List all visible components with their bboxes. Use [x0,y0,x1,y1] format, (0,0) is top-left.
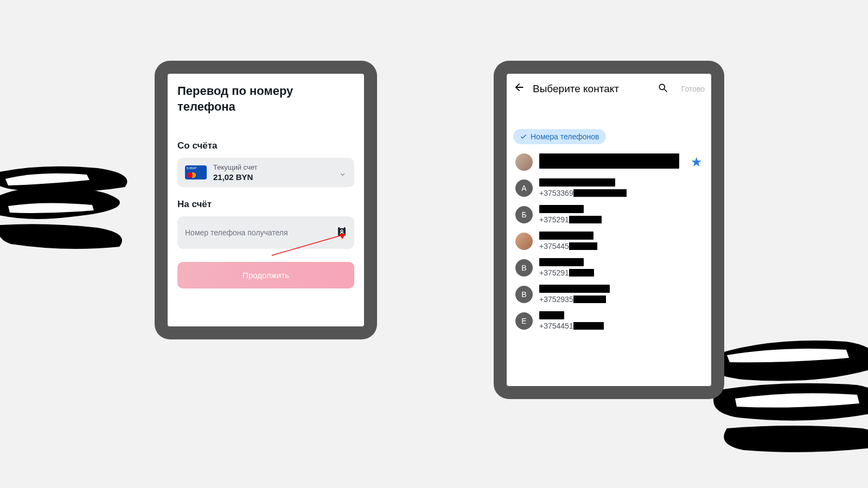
account-info: Текущий счет 21,02 BYN [213,163,332,182]
contact-phone: +3753369 [539,189,703,197]
account-type: Текущий счет [213,163,332,171]
avatar: А [515,179,533,197]
from-account-select[interactable]: 5.0547 Текущий счет 21,02 BYN ⌄ [177,158,354,187]
contact-body: +3754451 [539,311,703,330]
avatar [515,153,533,171]
card-icon: 5.0547 [185,165,207,179]
chip-label: Номера телефонов [531,132,599,141]
avatar: В [515,259,533,277]
contact-name-redacted [539,153,679,169]
contact-row[interactable]: ★ [510,150,708,175]
search-icon[interactable] [658,82,668,96]
contact-row[interactable]: В+3752935 [510,281,708,307]
to-account-label: На счёт [177,199,354,210]
account-balance: 21,02 BYN [213,172,332,182]
contact-phone: +375291 [539,268,703,277]
from-account-label: Со счёта [177,140,354,151]
contact-row[interactable]: Е+3754451 [510,307,708,334]
contact-name-redacted [539,178,615,187]
avatar: В [515,286,533,303]
phone-filter-chip[interactable]: Номера телефонов [513,129,606,144]
avatar: Б [515,206,533,223]
contact-row[interactable]: А+3753369 [510,175,708,201]
chevron-down-icon: ⌄ [339,166,347,178]
contact-body [539,153,684,171]
recipient-phone-input[interactable]: Номер телефона получателя [177,216,354,249]
picker-header: Выберите контакт Готово [507,74,711,104]
page-title: Перевод по номеру телефона [177,84,354,114]
tablet-frame-contacts: Выберите контакт Готово Номера телефонов… [494,61,724,399]
contact-body: +375291 [539,258,703,277]
contact-body: +3753369 [539,178,703,197]
contact-row[interactable]: В+375291 [510,254,708,281]
picker-title: Выберите контакт [533,83,650,95]
contacts-icon[interactable] [337,226,347,239]
continue-button[interactable]: Продолжить [177,262,354,288]
spacer [507,104,711,126]
brush-decoration-left [0,136,163,271]
contact-name-redacted [539,311,564,319]
tablet-frame-transfer: Перевод по номеру телефона Со счёта 5.05… [155,61,377,339]
star-icon: ★ [691,155,703,170]
svg-line-5 [664,89,667,92]
contact-row[interactable]: Б+375291 [510,201,708,228]
svg-point-4 [659,84,665,89]
contact-row[interactable]: +375445 [510,228,708,254]
contact-body: +375291 [539,205,703,224]
transfer-screen: Перевод по номеру телефона Со счёта 5.05… [168,74,364,326]
avatar: Е [515,312,533,330]
contact-name-redacted [539,258,584,266]
svg-line-2 [272,235,343,255]
contact-body: +3752935 [539,285,703,304]
contact-phone: +3754451 [539,322,703,330]
contact-phone: +375445 [539,242,703,251]
back-icon[interactable] [513,81,525,97]
svg-rect-0 [338,227,346,236]
contact-list[interactable]: ★А+3753369Б+375291+375445В+375291В+37529… [507,150,711,334]
filter-chip-row: Номера телефонов [507,126,711,150]
done-button[interactable]: Готово [681,85,705,93]
contact-body: +375445 [539,232,703,251]
phone-placeholder: Номер телефона получателя [185,228,337,237]
avatar [515,233,533,250]
contact-name-redacted [539,285,610,293]
contact-phone: +375291 [539,215,703,224]
contact-name-redacted [539,205,584,213]
svg-rect-1 [340,227,344,228]
contact-phone: +3752935 [539,295,703,304]
contact-picker-screen: Выберите контакт Готово Номера телефонов… [507,74,711,386]
contact-name-redacted [539,232,593,240]
check-icon [520,133,527,140]
